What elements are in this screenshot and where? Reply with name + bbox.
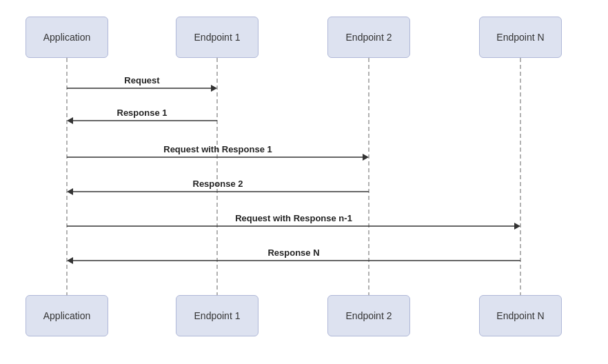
actor-endpointn-bottom: Endpoint N bbox=[479, 295, 562, 336]
diagram-container: Request Response 1 Request with Response… bbox=[0, 0, 608, 364]
msg-label-response2: Response 2 bbox=[193, 179, 243, 189]
svg-marker-7 bbox=[67, 117, 73, 124]
actor-application-top: Application bbox=[26, 17, 108, 58]
svg-marker-15 bbox=[67, 257, 73, 264]
svg-marker-5 bbox=[211, 85, 217, 92]
msg-label-responseN: Response N bbox=[267, 247, 319, 258]
msg-label-request: Request bbox=[124, 75, 160, 85]
actor-endpoint2-bottom: Endpoint 2 bbox=[327, 295, 410, 336]
svg-marker-11 bbox=[67, 188, 73, 195]
msg-label-response1: Response 1 bbox=[117, 108, 168, 118]
actor-application-bottom: Application bbox=[26, 295, 108, 336]
msg-label-req-with-resn: Request with Response n-1 bbox=[235, 213, 352, 223]
svg-marker-13 bbox=[514, 223, 520, 230]
actor-endpoint1-bottom: Endpoint 1 bbox=[176, 295, 259, 336]
actor-endpoint1-top: Endpoint 1 bbox=[176, 17, 259, 58]
msg-label-req-with-res1: Request with Response 1 bbox=[163, 144, 272, 154]
actor-endpointn-top: Endpoint N bbox=[479, 17, 562, 58]
actor-endpoint2-top: Endpoint 2 bbox=[327, 17, 410, 58]
svg-marker-9 bbox=[363, 154, 369, 161]
